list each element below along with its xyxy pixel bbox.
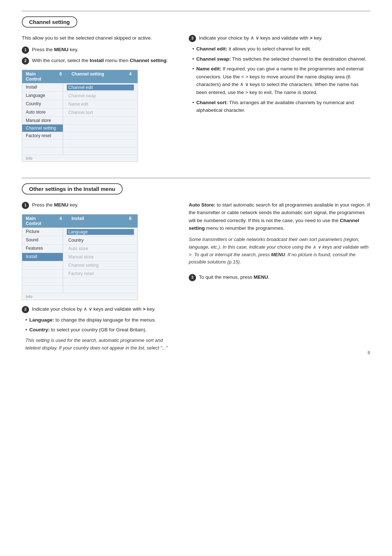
bullet-dot-3: •	[192, 65, 194, 73]
other-step-3-num: 3	[189, 274, 196, 281]
menu-header-num: 4	[123, 70, 138, 83]
other-menu-right-empty2	[63, 286, 138, 293]
menu-channel-sort: Channel sort	[67, 110, 134, 115]
menu-right-empty4	[63, 140, 138, 147]
other-settings-title: Other settings in the Install menu	[22, 183, 123, 195]
menu-left-install: Install	[22, 83, 63, 91]
menu-header-left: Main Control	[22, 70, 53, 83]
other-menu-left-empty1	[22, 261, 63, 269]
step-1-num: 1	[22, 46, 29, 54]
menu-right-empty3	[63, 132, 138, 139]
other-menu-row-sound: Sound Country	[22, 236, 138, 245]
other-menu-row-empty3	[22, 278, 138, 286]
menu-left-factoryreset: Factory reset	[22, 132, 63, 139]
italic-note-text: Some transmitters or cable networks broa…	[189, 237, 369, 265]
other-menu-autostore: Auto store	[67, 246, 134, 252]
italic-note-menu: MENU	[271, 252, 285, 257]
menu-header-install: 6	[53, 70, 68, 83]
menu-row-install: Install Channel edit	[22, 83, 138, 92]
step-2-num: 2	[22, 57, 29, 65]
menu-left-autostore: Auto store	[22, 109, 63, 116]
menu-row-country: Country Name edit	[22, 100, 138, 109]
other-step-1-text: Press the MENU key.	[32, 201, 78, 209]
bullet-name-edit-bold: Name edit:	[196, 66, 221, 71]
menu-right-channel-edit: Channel edit	[63, 83, 138, 91]
other-menu-factoryreset: Factory reset	[67, 271, 134, 277]
other-menu-row-picture: Picture Language	[22, 228, 138, 236]
step-2-bold2: Channel setting	[130, 58, 166, 63]
menu-left-country: Country	[22, 100, 63, 108]
menu-left-channelsetting: Channel setting	[22, 124, 63, 132]
other-menu-right-language: Language	[63, 228, 138, 236]
bullet-channel-sort-text: Channel sort: This arranges all the avai…	[196, 99, 370, 114]
other-menu-row-features: Features Auto store	[22, 245, 138, 253]
menu-left-manualstore: Manual store	[22, 117, 63, 124]
step-3-key: >	[310, 35, 313, 41]
menu-left-empty2	[22, 147, 63, 155]
menu-row-empty1	[22, 140, 138, 147]
other-menu-footer: Info	[22, 293, 138, 300]
step-2: 2 With the cursor, select the Install me…	[22, 57, 178, 65]
other-menu-left-picture: Picture	[22, 228, 63, 236]
other-menu-row-empty4	[22, 286, 138, 293]
other-menu-language: Language	[67, 229, 134, 235]
bullet-name-edit-text: Name edit: If required, you can give a n…	[196, 65, 370, 96]
italic-note: Some transmitters or cable networks broa…	[189, 236, 370, 266]
step-2-bold: Install	[90, 58, 104, 63]
step-2-text: With the cursor, select the Install menu…	[32, 57, 168, 65]
bullet-channel-sort: • Channel sort: This arranges all the av…	[192, 99, 370, 114]
other-settings-bullets: • Language: to change the display langua…	[25, 316, 178, 334]
menu-row-factoryreset: Factory reset	[22, 132, 138, 140]
channel-setting-left: This allow you to set the selected chann…	[22, 34, 178, 167]
bullet-dot-1: •	[192, 45, 194, 53]
bullet-dot-2: •	[192, 55, 194, 63]
other-step-1: 1 Press the MENU key.	[22, 201, 178, 209]
other-menu-row-empty1: Channel setting	[22, 261, 138, 270]
step-1-text: Press the MENU key.	[32, 46, 78, 54]
other-step-2-key: >	[143, 306, 146, 312]
menu-channel-swap: Channel swap	[67, 93, 134, 99]
bullet-country-text: Country: to select your country (GB for …	[29, 326, 147, 334]
other-menu-right-channelsetting: Channel setting	[63, 261, 138, 269]
bullet-channel-sort-bold: Channel sort:	[196, 100, 228, 105]
top-divider	[22, 11, 370, 11]
menu-header-row: Main Control 6 Channel setting 4	[22, 70, 138, 83]
other-menu-left-empty4	[22, 286, 63, 293]
other-settings-section: Other settings in the Install menu 1 Pre…	[22, 178, 370, 356]
autostore-bold: Auto Store:	[189, 202, 216, 208]
menu-row-language: Language Channel swap	[22, 92, 138, 100]
bullet-language: • Language: to change the display langua…	[25, 316, 178, 324]
other-settings-content: 1 Press the MENU key. Main Control 4 Ins…	[22, 201, 370, 356]
menu-row-autostore: Auto store Channel sort	[22, 109, 138, 117]
menu-row-channelsetting: Channel setting	[22, 124, 138, 132]
menu-right-channel-sort: Channel sort	[63, 109, 138, 116]
menu-row-manualstore: Manual store	[22, 117, 138, 124]
other-menu-country: Country	[67, 237, 134, 243]
bullet-dot-4: •	[192, 99, 194, 107]
menu-right-name-edit: Name edit	[63, 100, 138, 108]
other-menu-manualstore: Manual store	[67, 254, 134, 260]
step-3: 3 Indicate your choice by ∧ ∨ keys and v…	[189, 34, 370, 42]
other-step-2-num: 2	[22, 306, 29, 313]
other-settings-left: 1 Press the MENU key. Main Control 4 Ins…	[22, 201, 178, 356]
other-menu-left-features: Features	[22, 245, 63, 253]
step-3-text: Indicate your choice by ∧ ∨ keys and val…	[199, 34, 323, 42]
step-1: 1 Press the MENU key.	[22, 46, 178, 54]
other-step-3-menu: MENU	[254, 274, 268, 280]
other-step-1-bold: MENU	[54, 202, 69, 208]
bullet-language-dot: •	[25, 316, 27, 324]
autostore-channel-setting-bold: Channel setting	[189, 218, 359, 231]
other-menu-right-country: Country	[63, 236, 138, 244]
other-menu-left-empty3	[22, 278, 63, 285]
other-step-3: 3 To quit the menus, press MENU.	[189, 273, 370, 281]
other-menu-right-factoryreset: Factory reset	[63, 270, 138, 278]
other-step-2: 2 Indicate your choice by ∧ ∨ keys and v…	[22, 305, 178, 313]
other-step-3-text: To quit the menus, press MENU.	[199, 273, 269, 281]
autostore-text: Auto Store: to start automatic search fo…	[189, 201, 370, 232]
other-menu-row-empty2: Factory reset	[22, 270, 138, 278]
menu-channel-edit: Channel edit	[67, 85, 134, 90]
other-step-1-num: 1	[22, 202, 29, 209]
channel-setting-bullets: • Channel edit: it allows you to select …	[192, 45, 370, 114]
step-1-bold: MENU	[54, 47, 69, 52]
channel-setting-section: Channel setting This allow you to set th…	[22, 11, 370, 167]
